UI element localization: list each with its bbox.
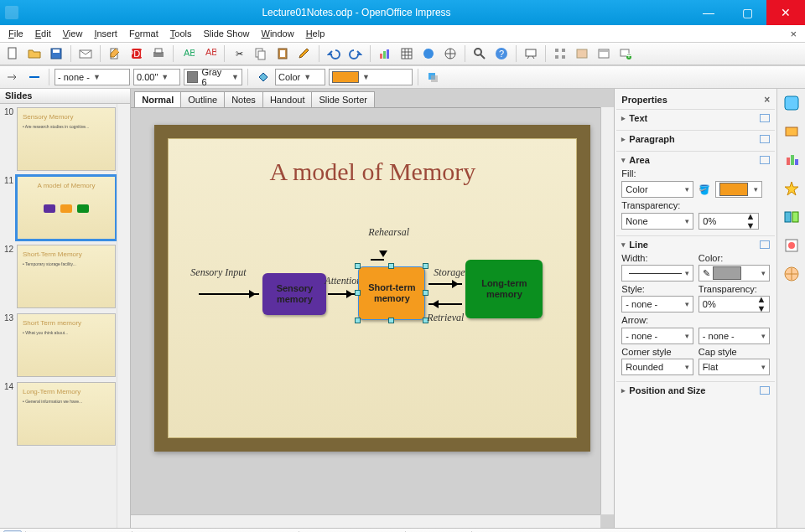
menu-file[interactable]: File — [3, 27, 29, 40]
properties-close-icon[interactable]: × — [764, 94, 770, 106]
tab-outline[interactable]: Outline — [180, 91, 225, 107]
menu-tools[interactable]: Tools — [165, 27, 197, 40]
save-icon[interactable] — [47, 44, 65, 63]
line-style-combo[interactable]: - none -▾ — [621, 296, 693, 312]
area-fill-color-combo[interactable]: ▾ — [715, 181, 762, 198]
svg-rect-37 — [785, 96, 798, 110]
menu-edit[interactable]: Edit — [30, 27, 56, 40]
canvas-vscrollbar[interactable] — [600, 107, 614, 514]
spellcheck-icon[interactable]: ABC — [179, 44, 197, 63]
new-doc-icon[interactable] — [3, 44, 22, 63]
section-text[interactable]: Text — [616, 109, 775, 130]
svg-rect-38 — [786, 127, 797, 136]
line-effect-combo[interactable]: - none -▼ — [55, 69, 130, 85]
mail-icon[interactable] — [76, 44, 95, 63]
box-short-term-memory[interactable]: Short-term memory — [358, 266, 425, 320]
fill-bucket-small-icon[interactable]: 🪣 — [699, 184, 710, 195]
menu-window[interactable]: Window — [257, 27, 299, 40]
box-sensory-memory[interactable]: Sensory memory — [262, 273, 326, 315]
dock-master-icon[interactable] — [781, 121, 802, 142]
line-corner-combo[interactable]: Rounded▾ — [621, 359, 693, 375]
cut-icon[interactable]: ✂ — [230, 44, 248, 63]
hyperlink-icon[interactable] — [419, 44, 438, 63]
section-paragraph[interactable]: Paragraph — [616, 130, 775, 151]
line-color-combo[interactable]: Gray 6▼ — [184, 69, 242, 85]
slide-layout-icon[interactable] — [595, 44, 613, 63]
standard-toolbar: PDF ABC ABC ✂ ? + — [0, 42, 805, 65]
line-cap-combo[interactable]: Flat▾ — [699, 359, 771, 375]
dock-effects-icon[interactable] — [781, 178, 802, 199]
svg-point-21 — [475, 49, 481, 55]
canvas-hscrollbar[interactable] — [131, 514, 600, 528]
section-expand-icon[interactable] — [760, 114, 770, 122]
svg-rect-25 — [555, 49, 558, 52]
slide-thumb-12[interactable]: Short-Term Memory• Temporary storage fac… — [17, 245, 116, 308]
line-color-combo[interactable]: ✎▾ — [699, 265, 771, 281]
tab-notes[interactable]: Notes — [224, 91, 263, 107]
redo-icon[interactable] — [346, 44, 365, 63]
line-trans-spin[interactable]: 0%▲▼ — [699, 296, 771, 312]
window-title: Lecture01Notes.odp - OpenOffice Impress — [23, 7, 689, 18]
line-arrow-end-combo[interactable]: - none -▾ — [699, 328, 771, 344]
dock-transition-icon[interactable] — [781, 206, 802, 228]
maximize-button[interactable]: ▢ — [728, 0, 766, 25]
menu-format[interactable]: Format — [124, 27, 164, 40]
line-width-combo[interactable]: 0.00"▼ — [133, 69, 180, 85]
open-icon[interactable] — [25, 44, 44, 63]
box-long-term-memory[interactable]: Long-term memory — [465, 260, 543, 318]
close-button[interactable]: ✕ — [766, 0, 805, 25]
new-slide-icon[interactable]: + — [616, 44, 635, 63]
slide-thumb-10[interactable]: Sensory Memory• Are research studies in … — [17, 107, 116, 171]
menu-insert[interactable]: Insert — [89, 27, 122, 40]
area-trans-value-spin[interactable]: 0%▲▼ — [699, 213, 759, 230]
line-width-combo[interactable]: ▾ — [621, 265, 693, 281]
navigator-icon[interactable] — [441, 44, 460, 63]
document-close-button[interactable]: × — [785, 26, 802, 42]
slide-thumb-11[interactable]: A model of Memory — [17, 176, 116, 240]
sidebar-dock — [776, 89, 805, 528]
arrow-style-icon[interactable] — [3, 68, 22, 86]
paste-icon[interactable] — [273, 44, 292, 63]
line-arrow-start-combo[interactable]: - none -▾ — [621, 328, 693, 344]
grid-icon[interactable] — [551, 44, 569, 63]
slide-thumb-14[interactable]: Long-Term Memory• General information we… — [17, 382, 116, 446]
menu-help[interactable]: Help — [301, 27, 330, 40]
table-icon[interactable] — [397, 44, 416, 63]
presentation-icon[interactable] — [522, 44, 540, 63]
dock-animation-icon[interactable] — [781, 149, 802, 171]
print-icon[interactable] — [149, 44, 168, 63]
line-style-icon[interactable] — [25, 68, 44, 86]
help-icon[interactable]: ? — [492, 44, 511, 63]
dock-properties-icon[interactable] — [781, 92, 802, 114]
svg-rect-14 — [280, 50, 285, 57]
fill-mode-combo[interactable]: Color▼ — [275, 69, 325, 85]
pdf-icon[interactable]: PDF — [127, 44, 146, 63]
fill-color-combo[interactable]: ▼ — [329, 69, 413, 85]
section-position-size[interactable]: Position and Size — [616, 381, 775, 402]
shadow-icon[interactable] — [423, 68, 442, 86]
minimize-button[interactable]: — — [689, 0, 728, 25]
slide-canvas[interactable]: A model of Memory Sensory Input Sensory … — [131, 107, 614, 528]
svg-rect-29 — [577, 49, 587, 58]
area-trans-mode-combo[interactable]: None▾ — [621, 213, 693, 230]
dock-navigator-icon[interactable] — [781, 263, 802, 285]
chart-icon[interactable] — [376, 44, 394, 63]
menu-view[interactable]: View — [58, 27, 88, 40]
area-fill-mode-combo[interactable]: Color▾ — [621, 181, 693, 198]
slide-design-icon[interactable] — [573, 44, 591, 63]
dock-gallery-icon[interactable] — [781, 235, 802, 256]
copy-icon[interactable] — [252, 44, 270, 63]
slide-title[interactable]: A model of Memory — [190, 158, 554, 186]
fill-bucket-icon[interactable] — [253, 68, 272, 86]
paintbrush-icon[interactable] — [295, 44, 314, 63]
thumbs-scrollbar[interactable] — [117, 104, 130, 528]
undo-icon[interactable] — [325, 44, 343, 63]
slide-thumb-13[interactable]: Short Term memory• What you think about.… — [17, 313, 116, 377]
tab-normal[interactable]: Normal — [134, 91, 181, 107]
menu-slideshow[interactable]: Slide Show — [198, 27, 254, 40]
zoom-icon[interactable] — [470, 44, 489, 63]
autospell-icon[interactable]: ABC — [200, 44, 219, 63]
edit-doc-icon[interactable] — [106, 44, 124, 63]
tab-slide-sorter[interactable]: Slide Sorter — [311, 91, 374, 107]
tab-handout[interactable]: Handout — [262, 91, 313, 107]
